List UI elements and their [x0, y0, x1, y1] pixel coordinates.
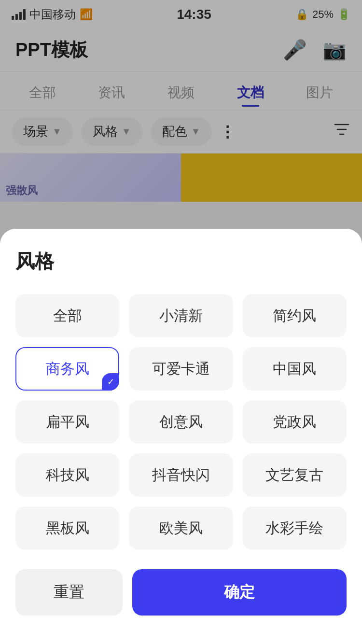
style-business-button[interactable]: 商务风 ✓ [15, 347, 119, 391]
style-cute-button[interactable]: 可爱卡通 ✓ [129, 347, 233, 391]
style-fresh-button[interactable]: 小清新 ✓ [129, 294, 233, 337]
confirm-button[interactable]: 确定 [132, 569, 347, 616]
style-watercolor-button[interactable]: 水彩手绘 ✓ [243, 506, 347, 550]
check-icon: ✓ [102, 373, 119, 391]
style-chinese-button[interactable]: 中国风 ✓ [243, 347, 347, 391]
style-western-button[interactable]: 欧美风 ✓ [129, 506, 233, 550]
style-flat-button[interactable]: 扁平风 ✓ [15, 400, 119, 444]
style-simple-button[interactable]: 简约风 ✓ [243, 294, 347, 337]
reset-button[interactable]: 重置 [15, 569, 123, 616]
style-tiktok-button[interactable]: 抖音快闪 ✓ [129, 453, 233, 497]
sheet-actions: 重置 确定 [15, 569, 347, 631]
style-creative-button[interactable]: 创意风 ✓ [129, 400, 233, 444]
style-party-button[interactable]: 党政风 ✓ [243, 400, 347, 444]
style-all-button[interactable]: 全部 ✓ [15, 294, 119, 337]
style-blackboard-button[interactable]: 黑板风 ✓ [15, 506, 119, 550]
style-tech-button[interactable]: 科技风 ✓ [15, 453, 119, 497]
sheet-title: 风格 [15, 248, 347, 275]
style-grid: 全部 ✓ 小清新 ✓ 简约风 ✓ 商务风 ✓ 可爱卡通 ✓ 中国风 ✓ 扁平风 … [15, 294, 347, 550]
style-filter-sheet: 风格 全部 ✓ 小清新 ✓ 简约风 ✓ 商务风 ✓ 可爱卡通 ✓ 中国风 ✓ [0, 229, 362, 644]
style-retro-button[interactable]: 文艺复古 ✓ [243, 453, 347, 497]
